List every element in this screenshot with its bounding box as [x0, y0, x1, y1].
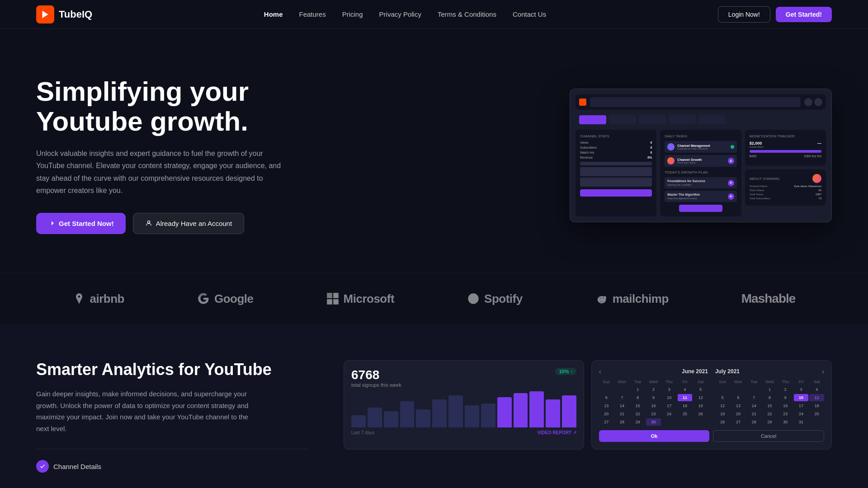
- hero-title: Simplifying your Youtube growth.: [36, 77, 316, 136]
- mailchimp-icon: [595, 292, 608, 305]
- ss-growth-1: Foundations for Success Starting as a bu…: [665, 177, 736, 188]
- ss-video-1: [580, 167, 652, 176]
- nav-features[interactable]: Features: [299, 10, 326, 18]
- svg-rect-4: [327, 299, 332, 305]
- ss-about-channel: About Channel Channel NameKyle.Jason Gla…: [745, 169, 826, 206]
- chart-label: total signups this week: [351, 382, 401, 388]
- bar-6: [448, 395, 463, 427]
- channel-details-feature: Channel Details: [36, 460, 307, 473]
- svg-marker-0: [42, 10, 48, 18]
- ss-nav-subs: [698, 115, 726, 124]
- ss-nav-analytics: [639, 115, 666, 124]
- ss-nav-dashboard: [579, 115, 606, 124]
- bar-0: [351, 415, 366, 427]
- bar-2: [384, 411, 398, 427]
- analytics-title: Smarter Analytics for YouTube: [36, 360, 307, 379]
- bar-13: [562, 395, 576, 427]
- cal-june-title: June 2021: [682, 368, 708, 375]
- cal-june-nav: ‹ June 2021: [599, 368, 708, 375]
- microsoft-label: Microsoft: [344, 292, 395, 306]
- spotify-label: Spotify: [484, 292, 523, 306]
- hero-buttons: Get Started Now! Already Have an Account: [36, 213, 316, 234]
- cal-today[interactable]: 11: [678, 394, 693, 401]
- analytics-right: 6768 total signups this week 10% ↑ Last …: [344, 360, 832, 450]
- hero-cta-primary[interactable]: Get Started Now!: [36, 213, 126, 234]
- analytics-section: Smarter Analytics for YouTube Gain deepe…: [0, 324, 868, 488]
- cal-next[interactable]: ›: [822, 368, 824, 375]
- nav-pricing[interactable]: Pricing: [342, 10, 363, 18]
- nav-terms[interactable]: Terms & Conditions: [438, 10, 496, 18]
- ss-logo: [579, 99, 586, 106]
- ss-icon-2: [814, 98, 822, 106]
- ss-task2-plus: +: [728, 158, 734, 164]
- ss-right-panels: Monetization Tracker $2,000Subscribers —…: [745, 130, 826, 216]
- calendar-july: July 2021 › Sun Mon Tue Wed Thu Fri Sat: [715, 368, 824, 426]
- cal-july-selected[interactable]: 11: [809, 394, 824, 401]
- analytics-left: Smarter Analytics for YouTube Gain deepe…: [36, 360, 307, 473]
- ss-daily-cta: [679, 205, 722, 212]
- cal-july-today[interactable]: 10: [794, 394, 809, 401]
- ss-nav-daily: [609, 115, 636, 124]
- svg-rect-3: [333, 293, 339, 298]
- hero-cta-secondary[interactable]: Already Have an Account: [133, 213, 244, 234]
- ss-task-1: Channel Management Connect to Your Chann…: [665, 141, 736, 153]
- ss-daily-tasks: Daily Tasks Channel Management Connect t…: [660, 130, 741, 216]
- ss-videos-list: [580, 167, 652, 197]
- airbnb-label: airbnb: [90, 292, 124, 306]
- ss-search: [590, 97, 801, 107]
- bar-12: [546, 399, 560, 427]
- spotify-icon: [467, 292, 480, 305]
- ss-task-2: Channel Growth Find Your Goal +: [665, 155, 736, 167]
- ss-task1-status: [731, 145, 734, 149]
- cal-selected-30[interactable]: 30: [646, 418, 661, 426]
- logo-airbnb: airbnb: [73, 292, 124, 306]
- cal-ok-button[interactable]: Ok: [599, 430, 709, 442]
- bar-3: [400, 401, 415, 427]
- cal-prev[interactable]: ‹: [599, 368, 601, 375]
- app-screenshot: Channel Stats Views0 Subscribers0 Watch …: [570, 89, 832, 222]
- navbar: TubeIQ Home Features Pricing Privacy Pol…: [0, 0, 868, 29]
- cal-cancel-button[interactable]: Cancel: [713, 430, 824, 442]
- get-started-button[interactable]: Get Started!: [776, 7, 832, 22]
- google-icon: [197, 292, 210, 305]
- ss-video-2: [580, 178, 652, 187]
- chart-header: 6768 total signups this week 10% ↑: [351, 368, 576, 388]
- logo-microsoft: Microsoft: [326, 292, 395, 306]
- mashable-label: Mashable: [741, 291, 796, 306]
- logos-strip: airbnb Google Microsoft Spotify mailchim…: [0, 273, 868, 324]
- nav-contact[interactable]: Contact Us: [513, 10, 546, 18]
- ss-nav-competitors: [669, 115, 696, 124]
- hero-left: Simplifying your Youtube growth. Unlock …: [36, 77, 344, 234]
- nav-home[interactable]: Home: [264, 10, 283, 18]
- svg-point-6: [468, 293, 478, 304]
- ss-growth-2: Master The Algorithm How the algorithm w…: [665, 191, 736, 202]
- ss-icon-1: [804, 98, 812, 106]
- ss-cta-small: [580, 189, 652, 197]
- logo-icon: [36, 5, 54, 23]
- ss-task2-avatar: [667, 157, 675, 164]
- ss-growth-plus1: +: [728, 180, 734, 186]
- brand-name: TubeIQ: [59, 9, 92, 20]
- ss-top-videos-label: [580, 162, 652, 165]
- video-report-btn[interactable]: VIDEO REPORT ↗: [538, 430, 576, 435]
- login-button[interactable]: Login Now!: [718, 6, 770, 23]
- chart-card: 6768 total signups this week 10% ↑ Last …: [344, 360, 584, 450]
- svg-rect-5: [333, 299, 339, 305]
- cal-july-nav: July 2021 ›: [715, 368, 824, 375]
- logo-area[interactable]: TubeIQ: [36, 5, 92, 23]
- ss-monetization: Monetization Tracker $2,000Subscribers —…: [745, 130, 826, 166]
- cal-july-title: July 2021: [715, 368, 740, 375]
- ss-icons: [804, 98, 822, 106]
- chart-badge: 10% ↑: [555, 368, 576, 375]
- nav-links: Home Features Pricing Privacy Policy Ter…: [264, 10, 546, 19]
- logo-spotify: Spotify: [467, 292, 523, 306]
- calendar-card: ‹ June 2021 Sun Mon Tue Wed Thu Fri Sat: [591, 360, 832, 450]
- bar-8: [481, 404, 495, 427]
- logo-mailchimp: mailchimp: [595, 292, 669, 306]
- cal-july-grid: Sun Mon Tue Wed Thu Fri Sat 1: [715, 379, 824, 426]
- airbnb-icon: [73, 292, 85, 305]
- nav-privacy[interactable]: Privacy Policy: [379, 10, 421, 18]
- hero-section: Simplifying your Youtube growth. Unlock …: [0, 29, 868, 273]
- microsoft-icon: [326, 292, 339, 305]
- screenshot-content: Channel Stats Views0 Subscribers0 Watch …: [576, 130, 826, 216]
